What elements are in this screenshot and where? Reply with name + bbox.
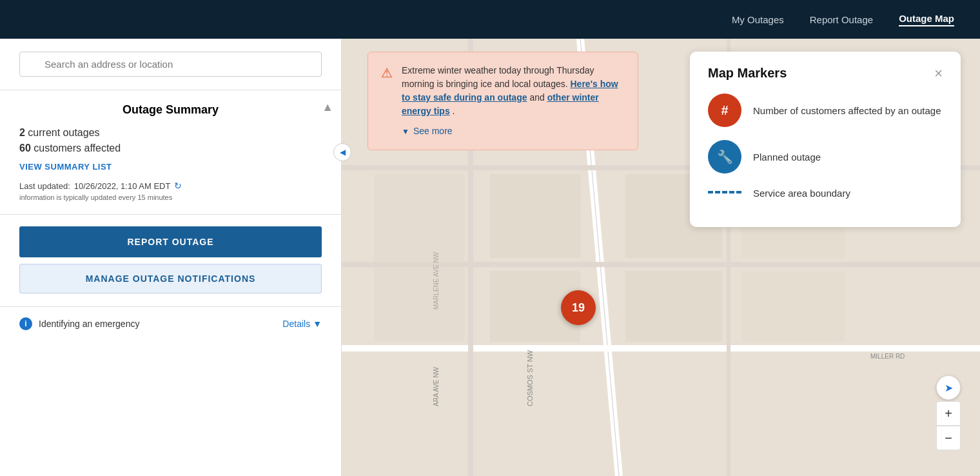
service-area-marker-label: Service area boundary	[753, 186, 850, 200]
report-outage-button[interactable]: REPORT OUTAGE	[19, 226, 322, 257]
last-updated-prefix: Last updated:	[19, 181, 70, 191]
refresh-icon[interactable]: ↻	[174, 181, 182, 191]
emergency-label: Identifying an emergency	[39, 319, 139, 329]
info-icon: i	[19, 317, 32, 330]
service-area-boundary-icon	[708, 191, 741, 196]
compass-icon: ➤	[945, 382, 953, 394]
search-wrapper: 🔍	[19, 52, 322, 77]
collapse-sidebar-button[interactable]: ◀	[333, 143, 351, 161]
zoom-in-button[interactable]: +	[936, 401, 961, 426]
outage-summary-section: ▲ Outage Summary 2 current outages 60 cu…	[0, 90, 341, 215]
alert-and: and	[529, 92, 547, 103]
map-area: COSMOS ST NW RUBY ST NE MARLENE AVE NW A…	[342, 39, 980, 476]
alert-banner: ⚠ Extreme winter weather today through T…	[368, 52, 638, 150]
marker-item-service-area: Service area boundary	[708, 186, 943, 200]
scroll-up-icon[interactable]: ▲	[322, 101, 333, 114]
emergency-left: i Identifying an emergency	[19, 317, 139, 330]
alert-period: .	[453, 106, 455, 116]
planned-outage-icon: 🔧	[708, 140, 741, 174]
svg-rect-16	[625, 271, 722, 342]
svg-rect-19	[374, 174, 464, 342]
sidebar: 🔍 ▲ Outage Summary 2 current outages 60 …	[0, 39, 342, 476]
current-outages-label: current outages	[28, 127, 99, 138]
top-navigation: My Outages Report Outage Outage Map	[0, 0, 980, 39]
see-more-button[interactable]: ▼ See more	[402, 124, 625, 138]
update-subtext: information is typically updated every 1…	[19, 193, 322, 201]
dropdown-arrow-icon: ▼	[402, 126, 409, 137]
customers-affected-label: customers affected	[34, 143, 121, 154]
search-container: 🔍	[0, 39, 341, 90]
marker-item-planned-outage: 🔧 Planned outage	[708, 140, 943, 174]
manage-notifications-button[interactable]: MANAGE OUTAGE NOTIFICATIONS	[19, 264, 322, 293]
alert-text-content: Extreme winter weather today through Thu…	[402, 64, 625, 138]
svg-text:COSMOS ST NW: COSMOS ST NW	[526, 350, 534, 406]
customers-affected-stat: 60 customers affected	[19, 143, 322, 154]
close-map-markers-button[interactable]: ×	[934, 66, 943, 81]
map-markers-title: Map Markers	[708, 66, 787, 81]
map-controls: + −	[936, 401, 961, 450]
nav-outage-map[interactable]: Outage Map	[899, 13, 954, 26]
nav-report-outage[interactable]: Report Outage	[810, 14, 873, 25]
current-outages-count: 2	[19, 127, 25, 138]
customers-affected-marker-label: Number of customers affected by an outag…	[753, 104, 941, 117]
planned-outage-marker-label: Planned outage	[753, 150, 821, 164]
details-text: Details	[282, 319, 310, 329]
hash-symbol: #	[721, 103, 728, 118]
search-input[interactable]	[19, 52, 322, 77]
see-more-label: See more	[413, 124, 453, 138]
compass-button[interactable]: ➤	[936, 375, 961, 400]
svg-rect-18	[741, 271, 845, 342]
customers-affected-count: 60	[19, 143, 31, 154]
map-markers-header: Map Markers ×	[708, 66, 943, 81]
main-layout: 🔍 ▲ Outage Summary 2 current outages 60 …	[0, 39, 980, 476]
customers-affected-icon: #	[708, 94, 741, 127]
chevron-down-icon: ▼	[313, 319, 322, 329]
zoom-out-button[interactable]: −	[936, 426, 961, 450]
marker-item-customers-affected: # Number of customers affected by an out…	[708, 94, 943, 127]
view-summary-link[interactable]: VIEW SUMMARY LIST	[19, 162, 322, 172]
emergency-bar: i Identifying an emergency Details ▼	[0, 306, 341, 341]
outage-summary-title: Outage Summary	[19, 103, 322, 117]
last-updated-value: 10/26/2022, 1:10 AM EDT	[74, 181, 171, 191]
current-outages-stat: 2 current outages	[19, 127, 322, 139]
last-updated: Last updated: 10/26/2022, 1:10 AM EDT ↻	[19, 181, 322, 191]
emergency-details-link[interactable]: Details ▼	[282, 319, 322, 329]
alert-message: Extreme winter weather today through Thu…	[402, 65, 594, 89]
nav-my-outages[interactable]: My Outages	[732, 14, 784, 25]
warning-icon: ⚠	[381, 65, 393, 138]
svg-rect-13	[490, 174, 580, 258]
map-markers-panel: Map Markers × # Number of customers affe…	[690, 52, 961, 227]
svg-text:ARA AVE NW: ARA AVE NW	[433, 366, 440, 406]
outage-cluster-marker[interactable]: 19	[561, 290, 596, 325]
wrench-icon: 🔧	[717, 149, 733, 164]
svg-text:MILLER RD: MILLER RD	[870, 353, 905, 360]
